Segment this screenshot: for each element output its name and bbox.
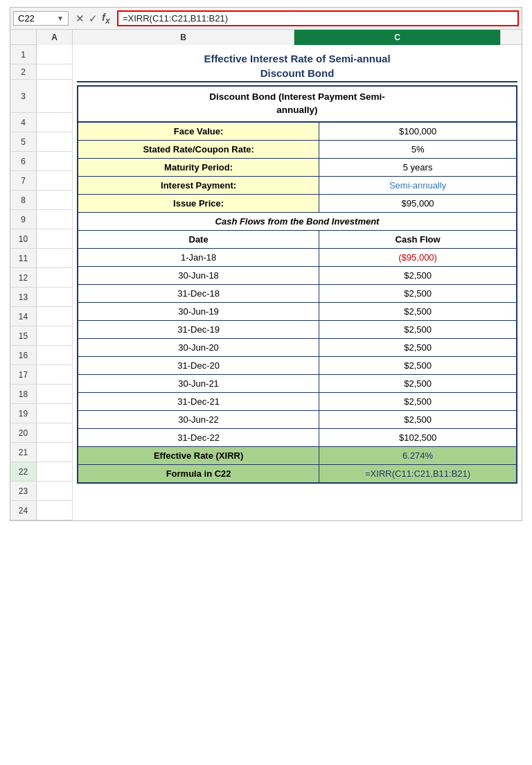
cell-a20[interactable] <box>37 423 72 443</box>
date-13[interactable]: 31-Dec-18 <box>78 284 319 302</box>
row-num-21: 21 <box>10 443 36 462</box>
formula-value: =XIRR(C11:C21,B11:B21) <box>319 464 517 483</box>
maturity-period-label: Maturity Period: <box>78 158 319 176</box>
cell-a1[interactable] <box>37 45 72 64</box>
row-num-3: 3 <box>10 80 36 113</box>
row-num-corner <box>10 30 37 44</box>
cf-19[interactable]: $2,500 <box>319 392 517 410</box>
cell-a10[interactable] <box>37 229 72 249</box>
row-num-11: 11 <box>10 249 36 268</box>
maturity-period-value[interactable]: 5 years <box>319 158 517 176</box>
cell-a12[interactable] <box>37 268 72 288</box>
row-num-7: 7 <box>10 171 36 191</box>
date-11[interactable]: 1-Jan-18 <box>78 248 319 266</box>
cashflow-col-header-row: Date Cash Flow <box>78 230 517 248</box>
cell-a6[interactable] <box>37 152 72 171</box>
row-num-14: 14 <box>10 307 36 326</box>
issue-price-label: Issue Price: <box>78 194 319 212</box>
cf-18[interactable]: $2,500 <box>319 374 517 392</box>
cell-a9[interactable] <box>37 210 72 229</box>
xirr-label: Effective Rate (XIRR) <box>78 446 319 464</box>
cell-a14[interactable] <box>37 307 72 326</box>
col-header-c[interactable]: C <box>294 30 501 45</box>
cf-15[interactable]: $2,500 <box>319 320 517 338</box>
issue-price-row: Issue Price: $95,000 <box>78 194 517 212</box>
date-18[interactable]: 30-Jun-21 <box>78 374 319 392</box>
maturity-period-row: Maturity Period: 5 years <box>78 158 517 176</box>
cell-a4[interactable] <box>37 113 72 132</box>
cashflow-title-text: Cash Flows from the Bond Investment <box>78 212 517 230</box>
xirr-value[interactable]: 6.274% <box>319 446 517 464</box>
interest-payment-label: Interest Payment: <box>78 176 319 194</box>
stated-rate-label: Stated Rate/Coupon Rate: <box>78 140 319 158</box>
cell-a23[interactable] <box>37 482 72 501</box>
cell-a22[interactable] <box>37 462 72 482</box>
interest-payment-value[interactable]: Semi-annually <box>319 176 517 194</box>
row-num-17: 17 <box>10 365 36 385</box>
cell-a7[interactable] <box>37 171 72 191</box>
cell-a3[interactable] <box>37 80 72 113</box>
cf-20[interactable]: $2,500 <box>319 410 517 428</box>
xirr-result-row: Effective Rate (XIRR) 6.274% <box>78 446 517 464</box>
cf-16[interactable]: $2,500 <box>319 338 517 356</box>
cancel-icon[interactable]: ✕ <box>76 12 85 25</box>
date-15[interactable]: 31-Dec-19 <box>78 320 319 338</box>
cell-a2[interactable] <box>37 64 72 80</box>
row-num-1: 1 <box>10 45 36 64</box>
row-24-spacer <box>77 484 517 503</box>
cf-14[interactable]: $2,500 <box>319 302 517 320</box>
col-header-a[interactable]: A <box>37 30 73 45</box>
cashflow-row-17: 31-Dec-20 $2,500 <box>78 356 517 374</box>
cell-a19[interactable] <box>37 404 72 423</box>
cell-reference-box[interactable]: C22 ▼ <box>13 11 69 26</box>
stated-rate-value[interactable]: 5% <box>319 140 517 158</box>
row-num-23: 23 <box>10 482 36 501</box>
confirm-icon[interactable]: ✓ <box>89 12 98 25</box>
cell-a16[interactable] <box>37 346 72 365</box>
cf-11[interactable]: ($95,000) <box>319 248 517 266</box>
cell-a21[interactable] <box>37 443 72 462</box>
bond-header-text: Discount Bond (Interest Payment Semi- an… <box>209 91 385 115</box>
row-num-8: 8 <box>10 191 36 210</box>
formula-input[interactable]: =XIRR(C11:C21,B11:B21) <box>117 10 519 26</box>
row-num-10: 10 <box>10 229 36 249</box>
cf-17[interactable]: $2,500 <box>319 356 517 374</box>
cell-a15[interactable] <box>37 326 72 346</box>
row-num-9: 9 <box>10 210 36 229</box>
date-19[interactable]: 31-Dec-21 <box>78 392 319 410</box>
row-num-15: 15 <box>10 326 36 346</box>
cell-a18[interactable] <box>37 385 72 404</box>
cell-reference-text: C22 <box>18 13 35 24</box>
cashflow-row-20: 30-Jun-22 $2,500 <box>78 410 517 428</box>
cell-a24[interactable] <box>37 501 72 520</box>
cashflow-row-21: 31-Dec-22 $102,500 <box>78 428 517 446</box>
date-16[interactable]: 30-Jun-20 <box>78 338 319 356</box>
spreadsheet-title-line2: Discount Bond <box>77 67 517 82</box>
cf-13[interactable]: $2,500 <box>319 284 517 302</box>
stated-rate-row: Stated Rate/Coupon Rate: 5% <box>78 140 517 158</box>
cf-12[interactable]: $2,500 <box>319 266 517 284</box>
issue-price-value[interactable]: $95,000 <box>319 194 517 212</box>
cell-a11[interactable] <box>37 249 72 268</box>
bond-header-row: Discount Bond (Interest Payment Semi- an… <box>78 86 517 122</box>
face-value-value[interactable]: $100,000 <box>319 122 517 141</box>
spreadsheet-title-line1: Effective Interest Rate of Semi-annual <box>77 48 517 67</box>
col-header-b[interactable]: B <box>73 30 294 45</box>
cell-a17[interactable] <box>37 365 72 385</box>
row-num-12: 12 <box>10 268 36 288</box>
row-num-22: 22 <box>10 462 36 482</box>
cf-21[interactable]: $102,500 <box>319 428 517 446</box>
cell-a5[interactable] <box>37 132 72 152</box>
date-21[interactable]: 31-Dec-22 <box>78 428 319 446</box>
cell-a8[interactable] <box>37 191 72 210</box>
formula-display-row: Formula in C22 =XIRR(C11:C21,B11:B21) <box>78 464 517 483</box>
cashflow-row-16: 30-Jun-20 $2,500 <box>78 338 517 356</box>
date-14[interactable]: 30-Jun-19 <box>78 302 319 320</box>
cashflow-row-11: 1-Jan-18 ($95,000) <box>78 248 517 266</box>
date-17[interactable]: 31-Dec-20 <box>78 356 319 374</box>
row-num-18: 18 <box>10 385 36 404</box>
date-12[interactable]: 30-Jun-18 <box>78 266 319 284</box>
fx-icon[interactable]: fx <box>102 11 110 26</box>
cell-a13[interactable] <box>37 288 72 307</box>
date-20[interactable]: 30-Jun-22 <box>78 410 319 428</box>
